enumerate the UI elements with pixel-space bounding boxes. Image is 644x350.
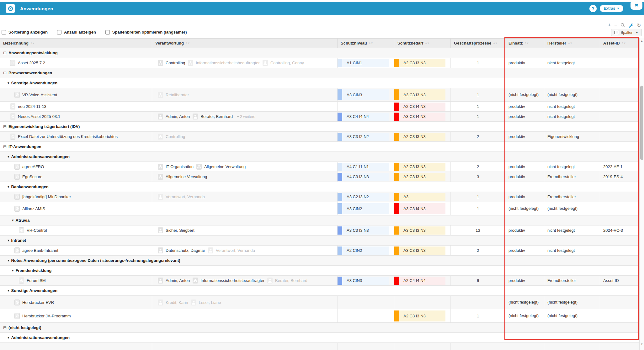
responsibility-chip[interactable]: Sicher, Siegbert (158, 227, 194, 233)
responsibility-chip[interactable]: Berater, Bernhard (193, 114, 233, 119)
table-row[interactable]: Neues Asset 2025-03.1Admin, AntonBerater… (0, 112, 639, 122)
group-row[interactable]: ▾Sonstige Anwendungen (0, 78, 639, 88)
responsibility-chip[interactable]: Controlling (158, 134, 185, 140)
group-row[interactable]: ▾Intranet (0, 236, 639, 246)
zoom-out-icon[interactable]: − (614, 23, 617, 28)
scroll-up-icon[interactable]: ▲ (640, 40, 644, 42)
expand-collapse-icon[interactable]: ▾ (8, 155, 9, 158)
expand-collapse-icon[interactable]: ▾ (12, 269, 14, 272)
search-icon[interactable] (620, 23, 625, 28)
spalten-button[interactable]: Spalten ▼ (611, 29, 641, 36)
more-responsibilities-link[interactable]: + 2 weitere (237, 114, 255, 119)
column-header-schutzniveau[interactable]: Schutzniveau∧∨ (338, 39, 394, 48)
responsibility-chip[interactable]: Informationssicherheitsbeauftragter (193, 278, 264, 284)
schutzniveau-level-bar (338, 163, 342, 171)
checkbox-spaltenbreiten[interactable] (105, 30, 110, 34)
group-row[interactable]: ▾Sonstige Anwendungen (0, 286, 639, 296)
table-row[interactable]: EgoSecureAllgemeine VerwaltungA4 C3 I3 N… (0, 172, 639, 182)
expand-collapse-icon[interactable]: ⊟ (3, 145, 7, 149)
group-row[interactable]: ⊟(nicht festgelegt) (0, 323, 639, 333)
responsibility-chip[interactable]: Informationssicherheitsbeauftragter (188, 60, 260, 66)
column-header-prozesse[interactable]: Geschäftsprozesse∧∨ (451, 39, 505, 48)
expand-collapse-icon[interactable]: ▾ (8, 289, 9, 292)
table-row[interactable]: Excel-Datei zur Unterstützung des Kredit… (0, 132, 639, 142)
column-header-verantwortung[interactable]: Verantwortung∧∨ (152, 39, 338, 48)
responsibility-chip[interactable]: Datenschutz, Dagmar (158, 247, 205, 253)
scrollbar-thumb[interactable] (640, 86, 643, 160)
sort-arrows-icon[interactable]: ∧∨ (425, 42, 429, 45)
column-header-assetid[interactable]: Asset-ID∧∨ (600, 39, 639, 48)
expand-collapse-icon[interactable]: ▾ (12, 219, 14, 222)
sort-arrows-icon[interactable]: ∧∨ (525, 42, 529, 45)
table-row[interactable] (0, 343, 639, 350)
responsibility-chip[interactable]: Leser, Liane (191, 300, 221, 305)
responsibility-chip[interactable]: Berater, Bernhard (267, 278, 307, 284)
sort-arrows-icon[interactable]: ∧∨ (186, 42, 190, 45)
responsibility-chip[interactable]: Allgemeine Verwaltung (196, 164, 246, 170)
expand-collapse-icon[interactable]: ⊟ (3, 51, 7, 55)
group-row[interactable]: ▾Notes Anwendung (personenbezogene Daten… (0, 256, 639, 266)
responsibility-chip[interactable]: Controlling, Conny (263, 60, 304, 66)
table-row[interactable]: neu 2024-11-13A2 C3 I4 N31produktivnicht… (0, 102, 639, 112)
group-row[interactable]: ⊟Anwendungsentwicklung (0, 48, 639, 58)
table-row[interactable]: agree Bank-IntranetDatenschutz, DagmarVe… (0, 246, 639, 256)
responsibility-chip[interactable]: Verantwort, Vernanda (208, 247, 255, 253)
group-row[interactable]: ▾Atruvia (0, 215, 639, 225)
responsibility-chip[interactable]: Retailberater (158, 92, 189, 98)
table-row[interactable]: Allianz AMISA3 CIN2A3 C3 I4 N31(nicht fe… (0, 202, 639, 215)
sort-arrows-icon[interactable]: ∧∨ (622, 42, 626, 45)
checkbox-anzahl[interactable] (57, 30, 61, 34)
checkbox-sortierung[interactable] (2, 30, 6, 34)
expand-collapse-icon[interactable]: ▾ (8, 185, 9, 188)
responsibility-chip[interactable]: Kredit, Karin (158, 300, 188, 305)
expand-collapse-icon[interactable]: ⊟ (3, 326, 7, 330)
table-row[interactable]: ForumISMAdmin, AntonInformationssicherhe… (0, 276, 639, 286)
sort-arrows-icon[interactable]: ∧∨ (369, 42, 373, 45)
sort-arrows-icon[interactable]: ∧∨ (493, 42, 498, 45)
group-row[interactable]: ⊟IT-Anwendungen (0, 142, 639, 152)
vertical-scrollbar[interactable]: ▲ ▼ (639, 38, 644, 350)
help-button[interactable]: ? (589, 5, 597, 12)
expand-collapse-icon[interactable]: ⊟ (3, 125, 7, 129)
zoom-in-icon[interactable]: + (608, 23, 611, 28)
expand-collapse-icon[interactable]: ▾ (8, 336, 9, 339)
extras-button[interactable]: Extras ▼ (600, 5, 623, 12)
responsibility-chip[interactable]: Controlling (158, 60, 185, 66)
table-row[interactable]: Hersbrucker JA-ProgrammA2 C3 I3 N31(nich… (0, 309, 639, 323)
group-row[interactable]: ▾Fremdentwicklung (0, 266, 639, 276)
expand-collapse-icon[interactable]: ⊟ (3, 71, 7, 75)
group-row[interactable]: ▾Administrationsanwendungen (0, 152, 639, 162)
expand-collapse-icon[interactable]: ▾ (8, 81, 9, 85)
refresh-icon[interactable]: ↻ (637, 23, 641, 28)
table-row[interactable]: Hersbrucker EVRKredit, KarinLeser, Liane… (0, 296, 639, 309)
table-row[interactable]: VR-Voice-AssistentRetailberaterA3 CIN3A3… (0, 88, 639, 102)
expand-collapse-icon[interactable]: ▾ (8, 239, 9, 242)
responsibility-chip[interactable]: Admin, Anton (158, 114, 190, 119)
column-header-schutzbedarf[interactable]: Schutzbedarf∧∨ (394, 39, 451, 48)
responsibility-chip[interactable]: Admin, Anton (158, 278, 190, 284)
scroll-down-icon[interactable]: ▼ (640, 343, 644, 346)
responsibility-chip[interactable]: Verantwort, Vernanda (158, 194, 205, 200)
table-row[interactable]: Asset 2025.7.2ControllingInformationssic… (0, 58, 639, 68)
sort-arrows-icon[interactable]: ∧∨ (30, 42, 35, 45)
group-row[interactable]: ⊟Browseranwendungen (0, 68, 639, 78)
option-anzahl-anzeigen[interactable]: Anzahl anzeigen (57, 30, 96, 34)
close-button[interactable]: ✖ (631, 1, 642, 10)
group-row[interactable]: ▾Administrationsanwendungen (0, 333, 639, 343)
sort-arrows-icon[interactable]: ∧∨ (568, 42, 572, 45)
table-row[interactable]: agreeAFROIT-OrganisationAllgemeine Verwa… (0, 162, 639, 172)
responsibility-chip[interactable]: Allgemeine Verwaltung (158, 174, 207, 180)
option-spaltenbreiten-optimieren[interactable]: Spaltenbreiten optimieren (langsamer) (105, 30, 187, 34)
asset-icon (14, 164, 20, 170)
column-header-bezeichnung[interactable]: Bezeichnung∧∨ (0, 39, 152, 48)
settings-wrench-icon[interactable] (629, 23, 633, 28)
group-row[interactable]: ⊟Eigenentwicklung trägerbasiert (IDV) (0, 122, 639, 132)
table-row[interactable]: [abgekündigt] MinD.bankerVerantwort, Ver… (0, 192, 639, 202)
column-header-einsatz[interactable]: Einsatz∧∨ (505, 39, 544, 48)
option-sortierung-anzeigen[interactable]: Sortierung anzeigen (2, 30, 48, 34)
responsibility-chip[interactable]: IT-Organisation (158, 164, 194, 170)
column-header-hersteller[interactable]: Hersteller∧∨ (544, 39, 600, 48)
group-row[interactable]: ▾Bankanwendungen (0, 182, 639, 192)
table-row[interactable]: VR-ControlSicher, SiegbertA3 C3 I3 N3A3 … (0, 225, 639, 236)
expand-collapse-icon[interactable]: ▾ (8, 259, 9, 262)
